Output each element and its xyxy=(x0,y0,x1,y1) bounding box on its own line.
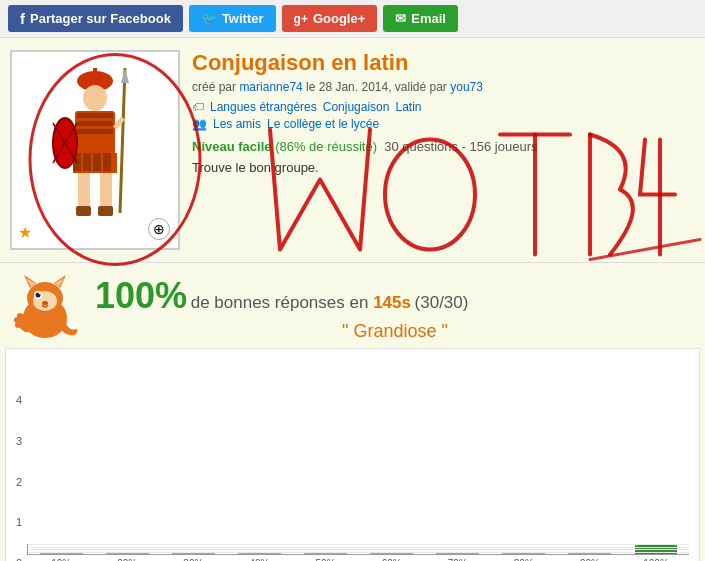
bar-group-6 xyxy=(359,552,425,554)
svg-point-36 xyxy=(14,317,20,323)
x-axis-labels: 10% 20% 30% 40% 50% 60% 70% 80% 90% 100% xyxy=(28,555,689,561)
google-icon: g+ xyxy=(294,12,308,26)
twitter-label: Twitter xyxy=(222,11,264,26)
quiz-details: Conjugaison en latin créé par marianne74… xyxy=(192,50,695,250)
svg-rect-12 xyxy=(103,153,111,171)
chart-section: 4 3 2 1 0 xyxy=(5,348,700,561)
bar-group-10 xyxy=(623,544,689,554)
level-line: Niveau facile (86% de réussite) 30 quest… xyxy=(192,139,695,154)
result-score: (30/30) xyxy=(415,293,469,312)
result-time: 145s xyxy=(373,293,411,312)
svg-rect-11 xyxy=(93,153,101,171)
bar-top-marker xyxy=(636,545,677,553)
bar-group-9 xyxy=(557,552,623,554)
bar-7 xyxy=(436,552,479,554)
svg-rect-15 xyxy=(76,206,91,216)
x-label-70: 70% xyxy=(425,555,491,561)
tag-link-2[interactable]: Conjugaison xyxy=(323,100,390,114)
roman-soldier-image xyxy=(45,63,145,238)
facebook-share-button[interactable]: f Partager sur Facebook xyxy=(8,5,183,32)
svg-point-3 xyxy=(83,85,107,111)
author-link[interactable]: marianne74 xyxy=(239,80,302,94)
x-label-20: 20% xyxy=(94,555,160,561)
twitter-share-button[interactable]: 🐦 Twitter xyxy=(189,5,276,32)
level-label: Niveau facile xyxy=(192,139,272,154)
facebook-icon: f xyxy=(20,10,25,27)
bar-group-3 xyxy=(160,552,226,554)
result-desc: de bonnes réponses en xyxy=(191,293,373,312)
bar-group-5 xyxy=(293,552,359,554)
y-axis: 4 3 2 1 0 xyxy=(16,389,22,561)
level-percent: (86% de réussite) xyxy=(275,139,377,154)
bar-6 xyxy=(370,552,413,554)
bar-1 xyxy=(40,552,83,554)
email-label: Email xyxy=(411,11,446,26)
facebook-label: Partager sur Facebook xyxy=(30,11,171,26)
audience-line: 👥 Les amis Le collège et le lycée xyxy=(192,117,695,131)
result-label: " Grandiose " xyxy=(95,321,695,342)
bar-4 xyxy=(238,552,281,554)
y-label-2: 2 xyxy=(16,476,22,488)
bar-2 xyxy=(106,552,149,554)
x-label-90: 90% xyxy=(557,555,623,561)
x-label-80: 80% xyxy=(491,555,557,561)
result-line-1: 100% de bonnes réponses en 145s (30/30) xyxy=(95,275,695,317)
google-label: Google+ xyxy=(313,11,365,26)
svg-point-32 xyxy=(39,293,41,295)
share-bar: f Partager sur Facebook 🐦 Twitter g+ Goo… xyxy=(0,0,705,38)
svg-marker-21 xyxy=(121,68,129,83)
bar-3 xyxy=(172,552,215,554)
y-label-4: 4 xyxy=(16,394,22,406)
bars-with-labels: 10% 20% 30% 40% 50% 60% 70% 80% 90% 100% xyxy=(27,544,689,561)
bar-group-8 xyxy=(491,552,557,554)
grid-line-top xyxy=(28,544,689,545)
star-icon: ★ xyxy=(18,223,32,242)
svg-point-33 xyxy=(42,301,48,305)
svg-rect-6 xyxy=(77,121,113,126)
chart-area: 4 3 2 1 0 xyxy=(16,354,689,561)
audience-link-2[interactable]: Le collège et le lycée xyxy=(267,117,379,131)
x-label-30: 30% xyxy=(160,555,226,561)
svg-rect-10 xyxy=(83,153,91,171)
y-label-0: 0 xyxy=(16,557,22,561)
page-wrapper: f Partager sur Facebook 🐦 Twitter g+ Goo… xyxy=(0,0,705,561)
x-label-100: 100% xyxy=(623,555,689,561)
tag-link-1[interactable]: Langues étrangères xyxy=(210,100,317,114)
tag-link-3[interactable]: Latin xyxy=(395,100,421,114)
x-label-10: 10% xyxy=(28,555,94,561)
x-label-50: 50% xyxy=(293,555,359,561)
x-label-40: 40% xyxy=(226,555,292,561)
quiz-title: Conjugaison en latin xyxy=(192,50,695,76)
quiz-meta: créé par marianne74 le 28 Jan. 2014, val… xyxy=(192,80,695,94)
bar-group-1 xyxy=(28,552,94,554)
grid-line-2 xyxy=(28,549,689,550)
y-label-3: 3 xyxy=(16,435,22,447)
twitter-icon: 🐦 xyxy=(201,11,217,26)
bar-10-active xyxy=(635,544,678,554)
bar-9 xyxy=(568,552,611,554)
google-share-button[interactable]: g+ Google+ xyxy=(282,5,378,32)
bar-group-7 xyxy=(425,552,491,554)
tags-line: 🏷 Langues étrangères Conjugaison Latin xyxy=(192,100,695,114)
level-stats: 30 questions - 156 joueurs xyxy=(381,139,538,154)
zoom-icon[interactable]: ⊕ xyxy=(148,218,170,240)
svg-rect-5 xyxy=(77,113,113,118)
svg-rect-16 xyxy=(98,206,113,216)
quiz-info-section: ⊕ ★ Conjugaison en latin créé par marian… xyxy=(0,38,705,263)
email-share-button[interactable]: ✉ Email xyxy=(383,5,458,32)
email-icon: ✉ xyxy=(395,11,406,26)
bar-8 xyxy=(502,552,545,554)
audience-icon: 👥 xyxy=(192,117,207,131)
svg-rect-7 xyxy=(77,129,113,134)
svg-point-37 xyxy=(15,322,21,328)
result-text: 100% de bonnes réponses en 145s (30/30) … xyxy=(95,275,695,342)
result-section: 100% de bonnes réponses en 145s (30/30) … xyxy=(0,263,705,348)
svg-rect-13 xyxy=(78,173,90,208)
validator-link[interactable]: you73 xyxy=(450,80,483,94)
bar-5 xyxy=(304,552,347,554)
svg-rect-14 xyxy=(100,173,112,208)
svg-line-20 xyxy=(120,68,125,213)
audience-link-1[interactable]: Les amis xyxy=(213,117,261,131)
bar-group-2 xyxy=(94,552,160,554)
grid-line-1 xyxy=(28,547,689,548)
